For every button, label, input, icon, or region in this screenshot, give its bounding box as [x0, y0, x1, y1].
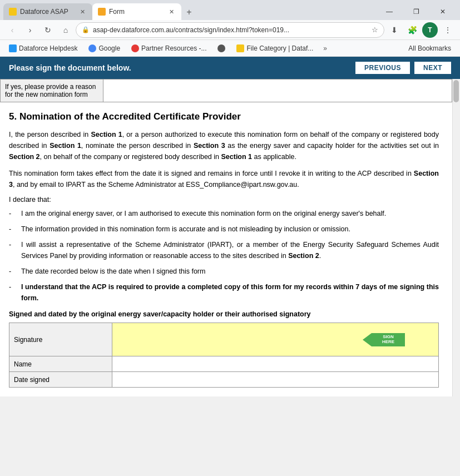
section5-title: 5. Nomination of the Accredited Certific… [9, 111, 439, 122]
bullet-list: - I am the original energy saver, or I a… [9, 208, 439, 304]
signature-row: Signature SIGNHERE [9, 323, 439, 356]
table-row: If yes, please provide a reason for the … [1, 80, 452, 102]
date-signed-label: Date signed [9, 372, 112, 388]
tab-favicon-2 [98, 8, 106, 16]
bookmark-label-file: File Category | Dataf... [246, 44, 313, 52]
name-label: Name [9, 356, 112, 372]
tab-title-2: Form [109, 8, 164, 16]
previous-button[interactable]: PREVIOUS [355, 62, 410, 74]
scrollbar[interactable] [452, 79, 460, 396]
bullet-text-1: I am the original energy saver, or I am … [21, 208, 386, 219]
bookmark-globe[interactable] [213, 43, 230, 53]
window-controls: — ❐ ✕ [377, 3, 460, 20]
bullet-text-2: The information provided in this nominat… [21, 224, 350, 235]
sign-here-indicator: SIGNHERE [372, 333, 405, 346]
all-bookmarks-label: All Bookmarks [408, 44, 451, 52]
doc-content: If yes, please provide a reason for the … [0, 79, 460, 396]
declare-text: I declare that: [9, 196, 439, 204]
bookmark-favicon-df [9, 44, 17, 52]
all-bookmarks-button[interactable]: All Bookmarks [404, 43, 456, 53]
list-item: - I will assist a representative of the … [9, 239, 439, 261]
list-item: - The information provided in this nomin… [9, 224, 439, 235]
lock-icon: 🔒 [82, 26, 90, 33]
bookmark-favicon-globe [217, 44, 225, 52]
menu-icon[interactable]: ⋮ [440, 22, 456, 38]
bookmark-favicon-partner [131, 44, 139, 52]
date-signed-field[interactable] [112, 372, 439, 388]
list-item: - The date recorded below is the date wh… [9, 266, 439, 277]
tab-favicon-1 [9, 8, 17, 16]
signature-table: Signature SIGNHERE Name Date signed [9, 323, 439, 388]
nav-actions: ⬇ 🧩 T ⋮ [387, 22, 456, 38]
download-icon[interactable]: ⬇ [387, 22, 402, 38]
name-row: Name [9, 356, 439, 372]
bullet-text-4: The date recorded below is the date when… [21, 266, 205, 277]
banner-actions: PREVIOUS NEXT [355, 62, 451, 74]
profile-button[interactable]: T [422, 22, 438, 38]
signature-field[interactable]: SIGNHERE [112, 323, 439, 356]
tab-close-1[interactable]: ✕ [78, 7, 87, 16]
refresh-button[interactable]: ↻ [40, 22, 56, 38]
bookmark-partner[interactable]: Partner Resources -... [127, 43, 211, 53]
sign-here-label: SIGNHERE [372, 333, 405, 346]
list-item: - I understand that the ACP is required … [9, 281, 439, 304]
bookmark-google[interactable]: Google [84, 43, 125, 53]
list-item: - I am the original energy saver, or I a… [9, 208, 439, 219]
bullet-dash: - [9, 239, 16, 261]
bullet-text-3: I will assist a representative of the Sc… [21, 239, 439, 261]
scrollbar-thumb [453, 80, 459, 102]
bookmarks-more-button[interactable]: » [320, 43, 330, 53]
url-text: asap-dev.dataforce.com.au/contracts/sign… [93, 26, 368, 34]
sign-banner-text: Please sign the document below. [9, 63, 131, 72]
bullet-dash: - [9, 266, 16, 277]
close-button[interactable]: ✕ [430, 3, 456, 20]
bookmark-dataforce-helpdesk[interactable]: Dataforce Helpdesk [4, 43, 82, 53]
bookmarks-bar: Dataforce Helpdesk Google Partner Resour… [0, 40, 460, 57]
extensions-icon[interactable]: 🧩 [404, 22, 420, 38]
tab-dataforce-asap[interactable]: Dataforce ASAP ✕ [3, 3, 92, 20]
bullet-dash: - [9, 224, 16, 235]
home-button[interactable]: ⌂ [58, 22, 73, 38]
page-container: Please sign the document below. PREVIOUS… [0, 57, 460, 396]
bookmark-label-partner: Partner Resources -... [141, 44, 206, 52]
bullet-dash: - [9, 208, 16, 219]
section5-para1: I, the person described in Section 1, or… [9, 129, 439, 162]
bookmark-favicon-google [88, 44, 96, 52]
bookmark-label-df: Dataforce Helpdesk [19, 44, 77, 52]
minimize-button[interactable]: — [377, 3, 402, 20]
signature-label: Signature [9, 323, 112, 356]
bookmark-star-icon[interactable]: ☆ [372, 26, 378, 34]
bullet-dash: - [9, 281, 16, 304]
form-table: If yes, please provide a reason for the … [0, 79, 452, 102]
new-tab-button[interactable]: + [181, 4, 197, 20]
bookmark-label-google: Google [98, 44, 120, 52]
bullet-text-5: I understand that the ACP is required to… [21, 281, 439, 304]
tab-close-2[interactable]: ✕ [167, 7, 176, 16]
bookmark-filecategory[interactable]: File Category | Dataf... [232, 43, 318, 53]
bookmark-favicon-file [236, 44, 244, 52]
sign-banner: Please sign the document below. PREVIOUS… [0, 57, 460, 79]
signed-text: Signed and dated by the original energy … [9, 310, 439, 318]
forward-button[interactable]: › [22, 22, 38, 38]
form-row-value[interactable] [103, 80, 452, 102]
section5-para2: This nomination form takes effect from t… [9, 168, 439, 190]
browser-window: Dataforce ASAP ✕ Form ✕ + — ❐ ✕ ‹ › ↻ ⌂ … [0, 0, 460, 57]
tab-form[interactable]: Form ✕ [92, 3, 181, 20]
date-row: Date signed [9, 372, 439, 388]
tab-title-1: Dataforce ASAP [20, 8, 75, 16]
address-bar[interactable]: 🔒 asap-dev.dataforce.com.au/contracts/si… [76, 22, 384, 38]
nav-bar: ‹ › ↻ ⌂ 🔒 asap-dev.dataforce.com.au/cont… [0, 20, 460, 40]
maximize-button[interactable]: ❐ [403, 3, 429, 20]
form-row-label: If yes, please provide a reason for the … [1, 80, 103, 102]
next-button[interactable]: NEXT [414, 62, 451, 74]
back-button[interactable]: ‹ [4, 22, 20, 38]
main-doc: 5. Nomination of the Accredited Certific… [0, 102, 452, 396]
name-field[interactable] [112, 356, 439, 372]
